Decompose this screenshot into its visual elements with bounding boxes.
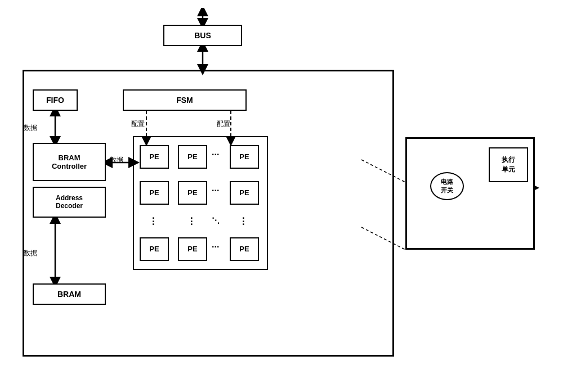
bram-controller-label: BRAM Controller [52,154,87,170]
pe-grid-border [133,136,268,270]
bram-box: BRAM [33,283,106,305]
fsm-box: FSM [123,89,247,111]
label-data-2: 数据 [110,155,123,165]
circuit-switch-label: 电路 开关 [441,178,453,194]
fsm-label: FSM [176,96,193,105]
circuit-switch: 电路 开关 [430,172,464,200]
label-config-2: 配置 [217,119,230,129]
bram-label: BRAM [57,290,81,299]
exec-unit-box: 执行 单元 [489,147,528,182]
diagram-container: BUS FIFO FSM BRAM Controller Address Dec… [11,8,552,385]
address-decoder-label: Address Decoder [56,194,83,210]
bus-label: BUS [194,31,211,40]
bus-box: BUS [163,25,242,46]
fifo-label: FIFO [46,96,64,105]
bram-controller-box: BRAM Controller [33,143,106,181]
exec-unit-label: 执行 单元 [502,155,515,174]
address-decoder-box: Address Decoder [33,187,106,218]
fifo-box: FIFO [33,89,78,111]
label-data-3: 数据 [24,249,37,258]
label-config-1: 配置 [131,119,145,129]
label-data-1: 数据 [24,123,37,133]
